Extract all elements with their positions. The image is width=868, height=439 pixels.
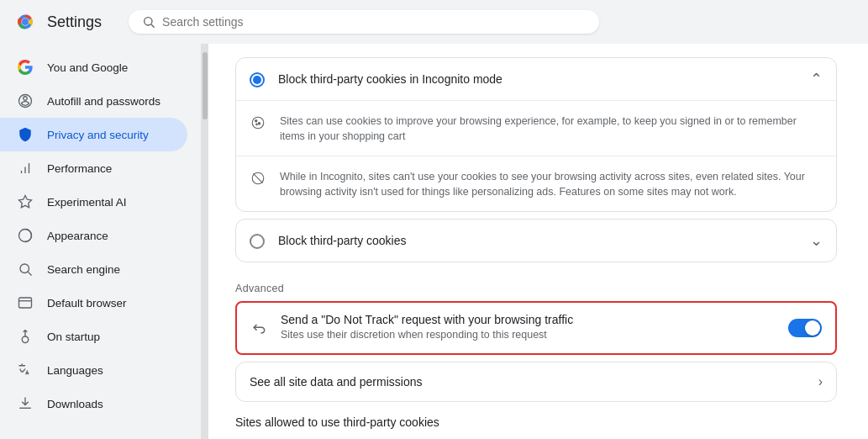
- search-icon: [142, 15, 155, 29]
- dnt-subtitle: Sites use their discretion when respondi…: [281, 328, 775, 343]
- svg-rect-10: [19, 298, 32, 308]
- sidebar-item-languages[interactable]: Languages: [0, 353, 187, 387]
- sidebar: You and Google Autofill and passwords Pr…: [0, 44, 202, 439]
- sidebar-item-autofill[interactable]: Autofill and passwords: [0, 84, 187, 118]
- sidebar-item-search-engine[interactable]: Search engine: [0, 252, 187, 286]
- svg-point-16: [258, 123, 260, 124]
- search-engine-icon: [17, 261, 34, 278]
- sidebar-item-privacy[interactable]: Privacy and security: [0, 118, 187, 151]
- sidebar-label-autofill: Autofill and passwords: [47, 95, 160, 108]
- incognito-sub1-text: Sites can use cookies to improve your br…: [280, 113, 823, 144]
- autofill-icon: [17, 93, 34, 109]
- dnt-toggle[interactable]: [788, 319, 822, 337]
- shield-icon: [17, 126, 34, 143]
- svg-point-4: [145, 18, 152, 25]
- svg-line-19: [253, 173, 262, 182]
- search-input[interactable]: [162, 15, 586, 29]
- see-all-row[interactable]: See all site data and permissions ›: [235, 362, 837, 402]
- incognito-chevron-icon[interactable]: ⌃: [810, 70, 823, 88]
- sidebar-label-downloads: Downloads: [47, 398, 103, 410]
- sidebar-label-search-engine: Search engine: [47, 263, 120, 276]
- performance-icon: [17, 160, 34, 177]
- svg-marker-6: [19, 196, 32, 208]
- svg-point-17: [256, 124, 258, 125]
- block-cookies-row[interactable]: Block third-party cookies ⌄: [236, 220, 836, 262]
- appearance-icon: [17, 227, 34, 244]
- sidebar-item-you-google[interactable]: You and Google: [0, 50, 187, 84]
- block-cookies-block: Block third-party cookies ⌄: [235, 219, 837, 262]
- see-all-chevron-icon: ›: [818, 374, 823, 389]
- sidebar-label-appearance: Appearance: [47, 230, 108, 242]
- sidebar-label-experimental-ai: Experimental AI: [47, 196, 127, 209]
- incognito-sub1-desc: Sites can use cookies to improve your br…: [280, 114, 823, 144]
- title-bar: Settings: [0, 0, 868, 44]
- block-cookies-title: Block third-party cookies: [278, 234, 797, 247]
- svg-point-15: [255, 120, 257, 122]
- incognito-option-text: Block third-party cookies in Incognito m…: [278, 72, 797, 86]
- sidebar-label-on-startup: On startup: [47, 331, 100, 343]
- incognito-radio[interactable]: [250, 72, 265, 87]
- main-layout: You and Google Autofill and passwords Pr…: [0, 44, 868, 439]
- svg-line-5: [151, 24, 155, 28]
- ai-icon: [17, 193, 34, 210]
- languages-icon: [17, 362, 34, 378]
- svg-line-9: [28, 272, 31, 275]
- content-inner: Block third-party cookies in Incognito m…: [208, 44, 864, 439]
- svg-point-3: [22, 19, 29, 25]
- sidebar-item-on-startup[interactable]: On startup: [0, 320, 187, 353]
- dnt-icon: [250, 320, 267, 337]
- content-area: Block third-party cookies in Incognito m…: [208, 44, 868, 439]
- incognito-option-row[interactable]: Block third-party cookies in Incognito m…: [236, 58, 836, 101]
- sites-third-party-label: Sites allowed to use third-party cookies: [235, 409, 837, 432]
- sidebar-scrollbar-thumb[interactable]: [203, 52, 208, 119]
- incognito-option-block: Block third-party cookies in Incognito m…: [235, 57, 837, 212]
- incognito-sub2-row: While in Incognito, sites can't use your…: [236, 156, 836, 211]
- svg-point-12: [22, 336, 29, 343]
- app-title: Settings: [47, 13, 102, 31]
- incognito-sub2-text: While in Incognito, sites can't use your…: [280, 168, 823, 199]
- cookie-icon: [250, 114, 266, 131]
- incognito-sub2-desc: While in Incognito, sites can't use your…: [280, 170, 823, 199]
- block-cookies-radio[interactable]: [250, 234, 265, 249]
- search-bar[interactable]: [129, 10, 599, 34]
- see-all-label: See all site data and permissions: [250, 375, 422, 389]
- sidebar-item-appearance[interactable]: Appearance: [0, 219, 187, 252]
- svg-point-8: [20, 264, 29, 273]
- sidebar-label-privacy: Privacy and security: [47, 129, 149, 141]
- dnt-title: Send a "Do Not Track" request with your …: [281, 313, 775, 326]
- startup-icon: [17, 328, 34, 345]
- advanced-label: Advanced: [235, 269, 837, 301]
- sidebar-item-experimental-ai[interactable]: Experimental AI: [0, 185, 187, 219]
- dnt-row[interactable]: Send a "Do Not Track" request with your …: [235, 301, 837, 355]
- sidebar-item-default-browser[interactable]: Default browser: [0, 286, 187, 320]
- dnt-text: Send a "Do Not Track" request with your …: [281, 313, 775, 343]
- google-icon: [17, 59, 34, 76]
- downloads-icon: [17, 395, 34, 412]
- chrome-logo: [13, 10, 37, 34]
- block-icon: [250, 170, 266, 187]
- sidebar-label-languages: Languages: [47, 364, 103, 377]
- block-cookies-chevron-icon[interactable]: ⌄: [810, 231, 823, 250]
- incognito-sub1-row: Sites can use cookies to improve your br…: [236, 101, 836, 156]
- sidebar-item-performance[interactable]: Performance: [0, 151, 187, 185]
- sidebar-label-performance: Performance: [47, 162, 112, 175]
- sidebar-scrollbar[interactable]: [202, 44, 208, 439]
- sidebar-item-downloads[interactable]: Downloads: [0, 387, 187, 420]
- browser-icon: [17, 294, 34, 311]
- block-cookies-text: Block third-party cookies: [278, 234, 797, 247]
- sidebar-label-you-google: You and Google: [47, 61, 128, 74]
- sidebar-label-default-browser: Default browser: [47, 297, 127, 309]
- incognito-option-title: Block third-party cookies in Incognito m…: [278, 72, 797, 86]
